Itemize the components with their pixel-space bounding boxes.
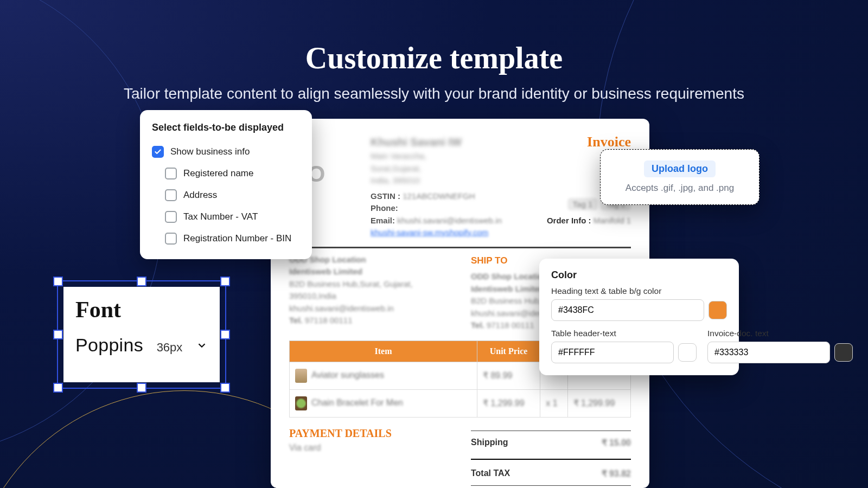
field-checkbox-row[interactable]: Show business info bbox=[152, 141, 300, 163]
heading-color-label: Heading text & table b/g color bbox=[551, 286, 727, 296]
gstin-label: GSTIN : bbox=[371, 191, 400, 201]
checkbox[interactable] bbox=[152, 146, 164, 158]
page-subtitle: Tailor template content to align seamles… bbox=[0, 85, 868, 102]
font-card-title: Font bbox=[75, 297, 208, 323]
payment-details-heading: PAYMENT DETAILS bbox=[289, 427, 449, 440]
fields-popover: Select fields-to-be displayed Show busin… bbox=[140, 110, 312, 259]
order-info-label: Order Info : bbox=[547, 216, 591, 225]
heading-color-swatch[interactable] bbox=[709, 301, 727, 319]
font-size: 36px bbox=[157, 341, 183, 355]
checkbox[interactable] bbox=[165, 211, 177, 223]
upload-logo-popover[interactable]: Upload logo Accepts .gif, .jpg, and .png bbox=[600, 149, 760, 205]
color-popover: Color Heading text & table b/g color Tab… bbox=[539, 259, 739, 375]
invoice-text-color-label: Invoice-doc. text bbox=[707, 329, 853, 338]
field-checkbox-row[interactable]: Registration Number - BIN bbox=[152, 228, 300, 249]
invoice-heading: Invoice bbox=[547, 134, 631, 150]
chevron-down-icon bbox=[196, 339, 208, 351]
invoice-text-color-input[interactable] bbox=[707, 342, 830, 363]
field-checkbox-row[interactable]: Address bbox=[152, 184, 300, 206]
phone-label: Phone: bbox=[371, 203, 398, 213]
total-tax-label: Total TAX bbox=[471, 468, 510, 479]
invoice-text-color-swatch[interactable] bbox=[834, 343, 853, 362]
checkbox[interactable] bbox=[165, 168, 177, 179]
checkbox-label: Tax Number - VAT bbox=[183, 211, 258, 222]
checkbox-label: Address bbox=[183, 190, 217, 201]
upload-logo-link[interactable]: Upload logo bbox=[644, 160, 716, 177]
color-popover-title: Color bbox=[551, 269, 727, 281]
field-checkbox-row[interactable]: Tax Number - VAT bbox=[152, 206, 300, 228]
table-row: Chain Bracelet For Men ₹ 1,299.99x 1₹ 1,… bbox=[290, 389, 631, 417]
header-text-color-label: Table header-text bbox=[551, 329, 697, 338]
font-card-selection[interactable]: Font Poppins 36px bbox=[57, 280, 226, 389]
heading-color-input[interactable] bbox=[551, 299, 704, 321]
header-text-color-swatch[interactable] bbox=[678, 343, 697, 362]
checkbox-label: Show business info bbox=[170, 146, 250, 157]
upload-hint: Accepts .gif, .jpg, and .png bbox=[614, 183, 746, 194]
checkbox-label: Registration Number - BIN bbox=[183, 233, 291, 244]
checkbox[interactable] bbox=[165, 189, 177, 201]
font-name: Poppins bbox=[75, 335, 143, 356]
font-picker[interactable]: Poppins 36px bbox=[75, 335, 208, 356]
field-checkbox-row[interactable]: Registered name bbox=[152, 163, 300, 184]
col-item: Item bbox=[290, 341, 477, 362]
col-unit-price: Unit Price bbox=[477, 341, 540, 362]
email-label: Email: bbox=[371, 216, 395, 225]
fields-popover-title: Select fields-to-be displayed bbox=[152, 122, 300, 133]
checkbox[interactable] bbox=[165, 233, 177, 245]
header-text-color-input[interactable] bbox=[551, 342, 674, 363]
checkbox-label: Registered name bbox=[183, 168, 253, 179]
shipping-label: Shipping bbox=[471, 438, 508, 448]
page-title: Customize template bbox=[0, 0, 868, 75]
